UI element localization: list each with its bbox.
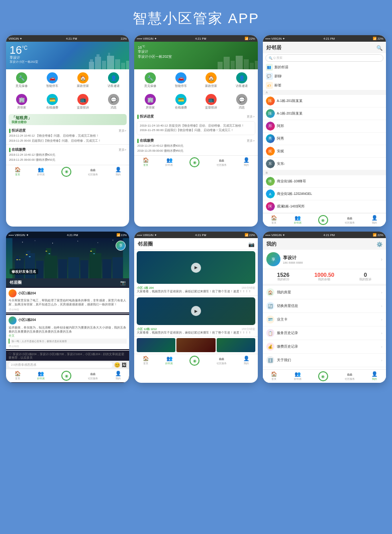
- search-bar[interactable]: 🔍 Q 搜索: [265, 54, 383, 62]
- label-icon: 🏷: [267, 84, 271, 87]
- nav-profile[interactable]: 👤我的: [115, 167, 121, 177]
- menu-my-house[interactable]: 🏠 我的房屋 ›: [263, 286, 386, 299]
- tag-new-neighbor[interactable]: 👥 新的邻居: [263, 63, 386, 72]
- avatar-5: 妮: [266, 147, 275, 156]
- service2-complaint-monitor[interactable]: 📺 监督投诉: [197, 93, 226, 111]
- neighbor-item-5[interactable]: 妮 安妮: [263, 145, 386, 158]
- camera-icon-5[interactable]: 📷: [248, 242, 254, 247]
- nav-ring-button[interactable]: ◉: [61, 167, 71, 177]
- nav5-home[interactable]: 🏠首页: [143, 356, 149, 366]
- payment2-item-2: 2019-11-25 09:00:00 缴纳水费¥50元: [134, 149, 257, 154]
- phone5-header: 邻居圈 📷: [134, 238, 257, 250]
- service-parking[interactable]: 🚗 智能停车: [38, 71, 67, 89]
- bottom-nav-2: 🏠首页 👥好邻居 ◉ 🏘社区服务 👤我的: [134, 155, 257, 169]
- payment-section-header-2: 在线缴费 更多>: [134, 137, 257, 144]
- complaint-item-2: 2019-11-25 00:00 启超我们【物业维修】问题、启动维修，完成完工！: [6, 139, 129, 144]
- nav5-profile[interactable]: 👤我的: [243, 356, 249, 366]
- stat-points: 1526 我的积分: [263, 272, 304, 281]
- play-button-1[interactable]: ▶: [191, 263, 201, 273]
- menu-switch-house[interactable]: 🔄 切换房屋信息 ›: [263, 299, 386, 313]
- avatar-4: 秀: [266, 134, 275, 143]
- neighbor-item-3[interactable]: 邦 阿邦: [263, 120, 386, 133]
- svg-rect-45: [93, 253, 95, 254]
- nav6-neighbors[interactable]: 👥好邻居: [294, 371, 302, 381]
- svg-rect-10: [218, 62, 223, 69]
- emoji-icon[interactable]: 😊: [114, 362, 120, 368]
- service-visitor[interactable]: 👤 访客邀请: [99, 71, 128, 89]
- banner-advertisement[interactable]: 「短租房」 我要去睡你: [9, 114, 127, 125]
- service2-visitor[interactable]: 👤 访客邀请: [227, 71, 257, 89]
- nav3-profile[interactable]: 👤我的: [371, 215, 377, 225]
- tag-label-item[interactable]: 🏷 标签: [263, 81, 386, 90]
- nav6-profile[interactable]: 👤我的: [371, 371, 377, 381]
- nav2-community[interactable]: 🏘社区服务: [217, 157, 227, 167]
- service-message[interactable]: 💬 消息: [99, 93, 128, 111]
- nav5-neighbors[interactable]: 👥好邻居: [165, 356, 173, 366]
- nav3-neighbors[interactable]: 👥好邻居: [294, 215, 302, 225]
- camera-icon[interactable]: 📷: [120, 280, 126, 285]
- svg-rect-4: [102, 61, 106, 69]
- nav-community[interactable]: 🏘社区服务: [88, 167, 98, 177]
- nav5-ring-button[interactable]: ◉: [189, 356, 200, 366]
- progress-section-card: 2019-11-24 10:40:12 您提交的【物业维修】启动、启动维修、完成…: [137, 121, 255, 135]
- nav-neighbors[interactable]: 👥好邻居: [37, 167, 45, 177]
- service2-message[interactable]: 💬 消息: [227, 93, 257, 111]
- image-thumb-1[interactable]: [137, 338, 175, 352]
- menu-owner-card[interactable]: 🪪 业主卡 ›: [263, 313, 386, 327]
- tag-group-chat[interactable]: 💬 群聊: [263, 72, 386, 81]
- nav6-community[interactable]: 🏘社区服务: [345, 371, 355, 381]
- neighbor-item-1[interactable]: 陈 A-1栋-201陈某某: [263, 95, 386, 108]
- neighbor-item-6[interactable]: 东 安东-: [263, 158, 386, 170]
- nav2-home[interactable]: 🏠首页: [143, 157, 149, 167]
- video-post-1[interactable]: ▶: [137, 251, 255, 284]
- service2-property[interactable]: 🏢 房管家: [135, 93, 165, 111]
- service2-parking[interactable]: 🚗 智能停车: [166, 71, 195, 89]
- service-property[interactable]: 🏢 房管家: [7, 93, 37, 111]
- profile-info-section[interactable]: 享 享设计 186 8888 8888 ›: [263, 250, 386, 269]
- image-thumb-3[interactable]: [217, 338, 255, 352]
- settings-icon[interactable]: ⚙️: [376, 242, 382, 247]
- nav6-home[interactable]: 🏠首页: [271, 371, 277, 381]
- neighbor-item-b2[interactable]: A 商业街1栋-1202ANGEL: [263, 188, 386, 200]
- nav4-community[interactable]: 🏘社区服务: [88, 371, 98, 381]
- avatar-b2: A: [266, 189, 275, 198]
- svg-rect-42: [46, 251, 47, 252]
- nav2-neighbors[interactable]: 👥好邻居: [165, 157, 173, 167]
- menu-service-history[interactable]: 📋 服务历史记录 ›: [263, 327, 386, 340]
- nav3-ring-button[interactable]: ◉: [318, 215, 328, 225]
- svg-rect-39: [19, 259, 21, 260]
- nav2-ring-button[interactable]: ◉: [189, 157, 200, 167]
- service2-payment[interactable]: 💳 在线缴费: [166, 93, 195, 111]
- service-complaint-monitor[interactable]: 📺 监督投诉: [68, 93, 98, 111]
- nav3-community[interactable]: 🏘社区服务: [345, 215, 355, 225]
- neighbor-item-2[interactable]: 陈 A-1栋-201陈某某: [263, 108, 386, 120]
- nav4-ring-button[interactable]: ◉: [61, 371, 71, 381]
- neighbor-item-4[interactable]: 秀 阿秀: [263, 133, 386, 145]
- menu-payment-history[interactable]: 💰 缴费历史记录 ›: [263, 340, 386, 354]
- neighbor-item-b1[interactable]: 锋 商业街1栋-108锋哥: [263, 175, 386, 188]
- neighbor-item-b3[interactable]: 阿 观澜1栋-1403阿邦: [263, 200, 386, 213]
- nav-home[interactable]: 🏠首页: [15, 167, 21, 177]
- image-icon[interactable]: 🖼: [122, 362, 127, 368]
- service-home[interactable]: 🏠 家政管家: [68, 71, 98, 89]
- nav6-ring-button[interactable]: ◉: [318, 371, 328, 381]
- service-payment[interactable]: 💳 在线缴费: [38, 93, 67, 111]
- service-repair[interactable]: 🔧 意见保修: [7, 71, 37, 89]
- video-post-2[interactable]: ▶: [137, 297, 255, 325]
- service2-repair[interactable]: 🔧 意见保修: [135, 71, 165, 89]
- nav2-profile[interactable]: 👤我的: [243, 157, 249, 167]
- menu-about-us[interactable]: ℹ️ 关于我们 ›: [263, 354, 386, 367]
- nav3-home[interactable]: 🏠首页: [271, 215, 277, 225]
- nav4-home[interactable]: 🏠首页: [15, 371, 21, 381]
- service2-home[interactable]: 🏠 家政管家: [197, 71, 226, 89]
- nav5-community[interactable]: 🏘社区服务: [217, 356, 227, 366]
- search-icon[interactable]: 🔍: [376, 45, 382, 51]
- services-grid-2-row1: 🔧 意见保修 🚗 智能停车 🏠 家政管家 👤 访客邀请: [134, 69, 257, 91]
- nav4-neighbors[interactable]: 👥好邻居: [37, 371, 45, 381]
- image-thumb-2[interactable]: [176, 338, 215, 352]
- services-grid-row1: 🔧 意见保修 🚗 智能停车 🏠 家政管家 👤 访客邀请: [6, 69, 129, 91]
- stat-balance: 1000.50 我的余额: [304, 272, 345, 281]
- comment-input[interactable]: 2.0的善拿感恩恩感: [9, 362, 113, 368]
- nav4-profile[interactable]: 👤我的: [115, 371, 121, 381]
- payment-section-header: 在线缴费 更多>: [6, 146, 129, 153]
